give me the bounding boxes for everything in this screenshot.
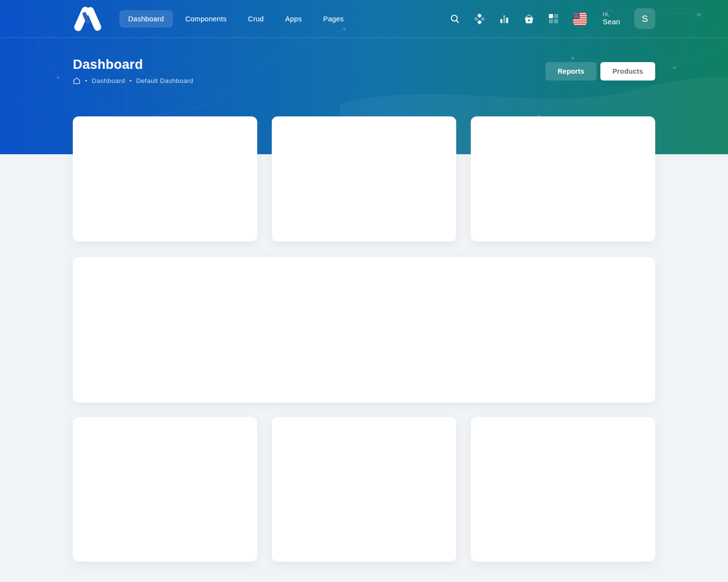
stat-card-3 bbox=[471, 116, 655, 242]
nav-item-crud[interactable]: Crud bbox=[239, 10, 273, 28]
breadcrumb-item-dashboard[interactable]: Dashboard bbox=[92, 77, 125, 84]
user-avatar[interactable]: S bbox=[634, 8, 655, 29]
breadcrumb-item-default-dashboard[interactable]: Default Dashboard bbox=[136, 77, 193, 84]
page-head-actions: Reports Products bbox=[546, 62, 655, 81]
grid-squares-icon[interactable] bbox=[548, 14, 559, 24]
bottom-card-3 bbox=[471, 417, 655, 562]
nav-item-components[interactable]: Components bbox=[177, 10, 235, 28]
card-row-top bbox=[73, 116, 655, 242]
main-content bbox=[0, 116, 728, 562]
avatar-initial: S bbox=[642, 14, 648, 24]
page-head-left: Dashboard • Dashboard • Default Dashboar… bbox=[73, 57, 193, 84]
brand-logo[interactable] bbox=[73, 6, 103, 32]
shopping-basket-icon[interactable] bbox=[524, 14, 534, 24]
page-title: Dashboard bbox=[73, 57, 193, 72]
topbar: Dashboard Components Crud Apps Pages bbox=[0, 0, 728, 38]
user-greeting: Hi, Sean bbox=[603, 11, 620, 27]
bar-chart-icon[interactable] bbox=[499, 14, 510, 24]
home-icon[interactable] bbox=[73, 77, 81, 84]
reports-button[interactable]: Reports bbox=[546, 62, 596, 81]
brand-logo-icon bbox=[73, 6, 103, 32]
bottom-card-1 bbox=[73, 417, 257, 562]
products-button[interactable]: Products bbox=[600, 62, 655, 81]
greeting-text: Hi, bbox=[603, 11, 620, 17]
search-icon[interactable] bbox=[449, 14, 460, 24]
us-flag-icon[interactable] bbox=[573, 12, 587, 26]
breadcrumb-separator: • bbox=[85, 77, 87, 84]
topbar-actions: Hi, Sean S bbox=[449, 8, 655, 29]
widgets-diamond-icon[interactable] bbox=[474, 14, 485, 24]
breadcrumb-separator: • bbox=[130, 77, 132, 84]
breadcrumb: • Dashboard • Default Dashboard bbox=[73, 77, 193, 84]
stat-card-1 bbox=[73, 116, 257, 242]
nav-item-apps[interactable]: Apps bbox=[277, 10, 311, 28]
stat-card-2 bbox=[272, 116, 456, 242]
card-row-bottom bbox=[73, 417, 655, 562]
main-nav: Dashboard Components Crud Apps Pages bbox=[119, 10, 352, 28]
nav-item-pages[interactable]: Pages bbox=[314, 10, 353, 28]
page-head: Dashboard • Dashboard • Default Dashboar… bbox=[0, 38, 728, 84]
wide-card bbox=[73, 257, 655, 403]
bottom-card-2 bbox=[272, 417, 456, 562]
user-name: Sean bbox=[603, 17, 620, 27]
nav-item-dashboard[interactable]: Dashboard bbox=[119, 10, 173, 28]
